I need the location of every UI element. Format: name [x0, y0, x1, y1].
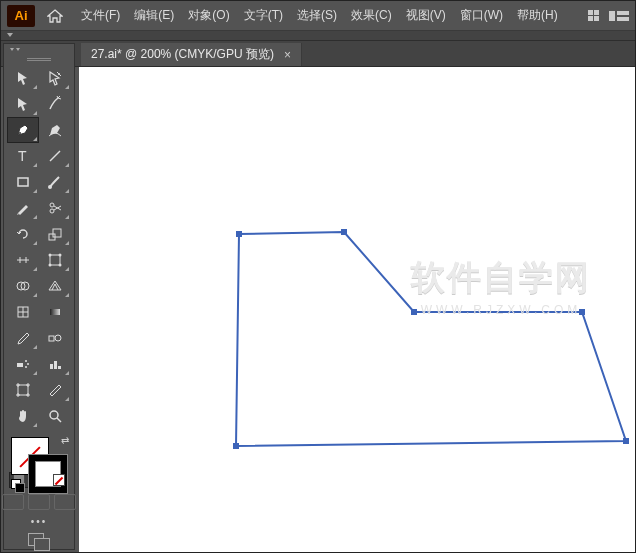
paintbrush-tool[interactable]	[39, 169, 71, 195]
magic-wand-tool[interactable]	[39, 91, 71, 117]
menu-file[interactable]: 文件(F)	[75, 3, 126, 28]
svg-point-23	[55, 335, 61, 341]
scale-tool[interactable]	[39, 221, 71, 247]
artboard-tool[interactable]	[7, 377, 39, 403]
selection-tool[interactable]	[7, 65, 39, 91]
close-icon[interactable]: ×	[284, 48, 291, 62]
menu-object[interactable]: 对象(O)	[182, 3, 235, 28]
menu-items: 文件(F) 编辑(E) 对象(O) 文字(T) 选择(S) 效果(C) 视图(V…	[75, 3, 564, 28]
svg-point-10	[50, 203, 54, 207]
hand-tool[interactable]	[7, 403, 39, 429]
svg-line-33	[57, 418, 61, 422]
default-fill-stroke-icon[interactable]	[11, 479, 25, 493]
line-segment-tool[interactable]	[39, 143, 71, 169]
draw-behind-icon[interactable]	[28, 494, 50, 510]
svg-rect-21	[50, 309, 60, 315]
symbol-sprayer-tool[interactable]	[7, 351, 39, 377]
svg-rect-0	[609, 11, 615, 21]
menu-help[interactable]: 帮助(H)	[511, 3, 564, 28]
zoom-tool[interactable]	[39, 403, 71, 429]
arrange-documents-icon[interactable]	[609, 9, 629, 23]
svg-rect-1	[617, 11, 629, 15]
toolbox-grip-icon[interactable]	[27, 58, 51, 61]
svg-rect-7	[18, 178, 28, 186]
menu-view[interactable]: 视图(V)	[400, 3, 452, 28]
width-tool[interactable]	[7, 247, 39, 273]
app-logo: Ai	[7, 5, 35, 27]
svg-rect-13	[50, 255, 60, 265]
menu-type[interactable]: 文字(T)	[238, 3, 289, 28]
svg-rect-34	[236, 231, 242, 237]
menu-effect[interactable]: 效果(C)	[345, 3, 398, 28]
toolbox-collapse-icon[interactable]	[9, 48, 21, 56]
swap-fill-stroke-icon[interactable]: ⇄	[61, 435, 69, 446]
mesh-tool[interactable]	[7, 299, 39, 325]
svg-point-26	[27, 363, 29, 365]
edit-toolbar-icon[interactable]: •••	[31, 516, 48, 527]
tool-grid: T	[7, 65, 71, 429]
document-tab-label: 27.ai* @ 200% (CMYK/GPU 预览)	[91, 46, 274, 63]
scissors-tool[interactable]	[39, 195, 71, 221]
slice-tool[interactable]	[39, 377, 71, 403]
type-tool[interactable]: T	[7, 143, 39, 169]
workspace-switcher-icon[interactable]	[588, 10, 599, 21]
workspace: 软件自学网 WWW.RJZXW.COM	[79, 67, 635, 552]
svg-rect-29	[54, 361, 57, 369]
eyedropper-tool[interactable]	[7, 325, 39, 351]
menu-window[interactable]: 窗口(W)	[454, 3, 509, 28]
rectangle-tool[interactable]	[7, 169, 39, 195]
gradient-tool[interactable]	[39, 299, 71, 325]
svg-rect-2	[617, 17, 629, 21]
svg-rect-36	[411, 309, 417, 315]
svg-point-15	[59, 253, 62, 256]
menu-select[interactable]: 选择(S)	[291, 3, 343, 28]
shape-builder-tool[interactable]	[7, 273, 39, 299]
free-transform-tool[interactable]	[39, 247, 71, 273]
svg-rect-28	[50, 364, 53, 369]
svg-rect-30	[58, 366, 61, 369]
svg-point-16	[49, 263, 52, 266]
svg-point-8	[48, 185, 52, 189]
rotate-tool[interactable]	[7, 221, 39, 247]
svg-text:T: T	[18, 148, 27, 164]
svg-rect-12	[53, 229, 61, 237]
artboard[interactable]: 软件自学网 WWW.RJZXW.COM	[79, 67, 635, 552]
column-graph-tool[interactable]	[39, 351, 71, 377]
svg-point-17	[59, 263, 62, 266]
svg-rect-24	[17, 363, 23, 367]
svg-rect-35	[341, 229, 347, 235]
menu-bar: Ai 文件(F) 编辑(E) 对象(O) 文字(T) 选择(S) 效果(C) 视…	[1, 1, 635, 31]
document-tab-bar: 27.ai* @ 200% (CMYK/GPU 预览) ×	[1, 41, 635, 67]
selected-path[interactable]	[209, 167, 635, 507]
menu-edit[interactable]: 编辑(E)	[128, 3, 180, 28]
control-bar	[1, 31, 635, 41]
svg-point-14	[49, 253, 52, 256]
direct-selection-tool[interactable]	[39, 65, 71, 91]
home-icon[interactable]	[47, 9, 63, 23]
svg-rect-37	[579, 309, 585, 315]
curvature-tool[interactable]	[39, 117, 71, 143]
svg-point-9	[50, 209, 54, 213]
svg-line-6	[50, 151, 60, 161]
toolbox-panel: T ⇄	[3, 43, 75, 550]
svg-point-25	[25, 360, 27, 362]
draw-inside-icon[interactable]	[54, 494, 76, 510]
pen-tool[interactable]	[7, 117, 39, 143]
svg-point-4	[19, 132, 21, 134]
blend-tool[interactable]	[39, 325, 71, 351]
draw-normal-icon[interactable]	[2, 494, 24, 510]
perspective-grid-tool[interactable]	[39, 273, 71, 299]
screen-mode-row	[2, 494, 76, 510]
control-bar-toggle-icon[interactable]	[7, 33, 13, 37]
menubar-right	[588, 9, 629, 23]
svg-rect-38	[623, 438, 629, 444]
svg-point-32	[50, 411, 58, 419]
fill-stroke-swatch[interactable]: ⇄	[9, 435, 69, 471]
document-tab[interactable]: 27.ai* @ 200% (CMYK/GPU 预览) ×	[81, 43, 302, 66]
svg-point-27	[25, 366, 27, 368]
group-selection-tool[interactable]	[7, 91, 39, 117]
svg-rect-22	[49, 336, 54, 341]
pencil-tool[interactable]	[7, 195, 39, 221]
svg-rect-31	[18, 385, 28, 395]
screen-mode-icon[interactable]	[28, 533, 50, 545]
